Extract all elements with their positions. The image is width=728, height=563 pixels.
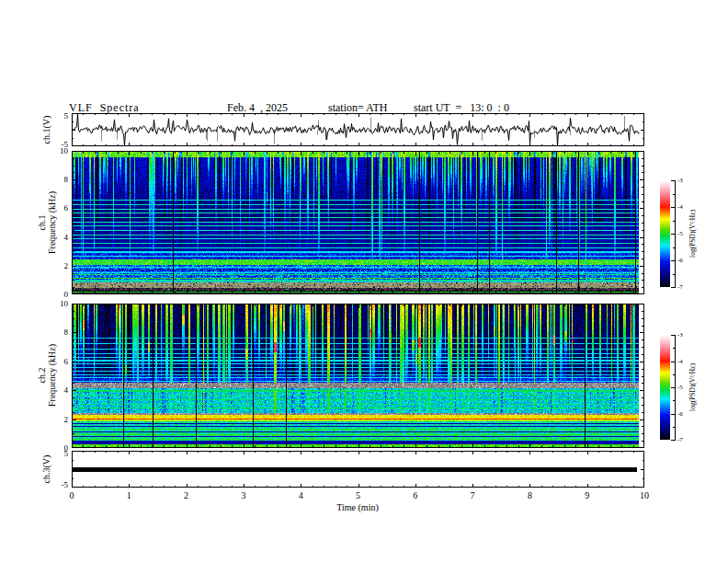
ch2-spec-ytick: 4	[42, 385, 68, 395]
ch1-spec-ytick: 2	[42, 261, 68, 270]
ch2-spec-ytick: 2	[42, 415, 68, 424]
colorbar-2-minor-tick	[673, 400, 675, 401]
colorbar-1-minor-tick	[673, 247, 675, 248]
colorbar-1-minor-tick	[673, 194, 675, 195]
colorbar-2-minor-tick	[673, 348, 675, 349]
ch1-spec-ytick: 10	[42, 146, 68, 155]
colorbar-1-axis-line	[675, 180, 676, 288]
colorbar-2-tick-label: -3	[677, 331, 696, 339]
colorbar-2-tick	[671, 362, 675, 362]
ch3-voltage-axis-label: ch.3(V)	[41, 455, 51, 484]
colorbar-2-tick	[671, 387, 675, 388]
vlf-spectra-figure: VLF Spectra Feb. 4 , 2025 station= ATH s…	[0, 0, 728, 563]
time-axis-tick: 8	[518, 490, 540, 500]
time-axis-tick: 7	[461, 490, 483, 500]
time-axis-tick: 4	[290, 490, 312, 500]
colorbar-1-gradient	[660, 180, 670, 287]
colorbar-1-tick-label: -5	[677, 230, 696, 237]
colorbar-2-tick-label: -5	[677, 384, 696, 391]
colorbar-1-tick	[671, 207, 675, 208]
time-axis-tick: 10	[633, 490, 655, 500]
colorbar-2-tick	[671, 335, 675, 336]
colorbar-1-minor-tick	[673, 221, 675, 222]
ch2-spec-ytick: 10	[42, 299, 68, 308]
ch2-spec-ytick: 0	[42, 443, 68, 453]
time-axis-label: Time (min)	[289, 502, 427, 512]
colorbar-1-tick-label: -3	[677, 177, 696, 184]
colorbar-2-gradient	[660, 335, 670, 440]
time-axis-tick: 9	[576, 490, 598, 500]
figure-title: VLF Spectra	[69, 101, 140, 114]
ch1-spec-ytick: 6	[42, 203, 68, 213]
start-ut-label: start UT = 13: 0 : 0	[414, 101, 509, 114]
ch3-waveform-plot	[72, 451, 644, 488]
time-axis-tick: 2	[176, 490, 198, 500]
colorbar-2-axis-line	[675, 335, 676, 441]
ch1-spec-ytick: 0	[42, 290, 68, 299]
colorbar-1-tick-label: -7	[677, 283, 696, 291]
ch1-spectrogram	[72, 151, 644, 294]
ch1-wave-ytick-max: 5	[42, 111, 68, 121]
colorbar-2-minor-tick	[673, 427, 675, 428]
ch2-spec-ytick: 6	[42, 357, 68, 366]
colorbar-1-tick	[671, 180, 675, 181]
time-axis-tick: 3	[233, 490, 255, 500]
time-axis-tick: 1	[118, 490, 140, 500]
colorbar-1-minor-tick	[673, 274, 675, 275]
station-label: station= ATH	[328, 101, 387, 114]
colorbar-2-tick	[671, 440, 675, 441]
ch1-frequency-axis-label-line2: Frequency (kHz)	[47, 191, 57, 254]
ch2-spec-ytick: 8	[42, 327, 68, 337]
colorbar-1-tick	[671, 287, 675, 288]
ch2-spectrogram	[72, 304, 644, 448]
colorbar-1-tick	[671, 260, 675, 261]
ch1-spec-ytick: 4	[42, 233, 68, 242]
ch1-frequency-axis-label: ch.1 Frequency (kHz)	[37, 191, 57, 254]
colorbar-2-minor-tick	[673, 374, 675, 375]
ch3-wave-ytick-min: -5	[42, 480, 68, 489]
ch1-waveform-plot	[72, 113, 644, 146]
time-axis-tick: 0	[61, 490, 83, 500]
colorbar-2-tick-label: -6	[677, 410, 696, 418]
time-axis-tick: 6	[404, 490, 427, 500]
time-axis-tick: 5	[347, 490, 370, 500]
ch1-spec-ytick: 8	[42, 175, 68, 184]
ch2-frequency-axis-label: ch.2 Frequency (kHz)	[37, 344, 57, 407]
ch1-frequency-axis-label-line1: ch.1	[37, 191, 47, 254]
colorbar-1-tick	[671, 234, 675, 235]
ch2-frequency-axis-label-line2: Frequency (kHz)	[47, 344, 57, 407]
colorbar-2-tick-label: -4	[677, 358, 696, 365]
ch2-frequency-axis-label-line1: ch.2	[37, 344, 47, 407]
colorbar-2-tick	[671, 414, 675, 415]
colorbar-1-tick-label: -4	[677, 203, 696, 211]
date-label: Feb. 4 , 2025	[227, 101, 288, 114]
colorbar-1-tick-label: -6	[677, 257, 696, 264]
colorbar-2-tick-label: -7	[677, 436, 696, 443]
